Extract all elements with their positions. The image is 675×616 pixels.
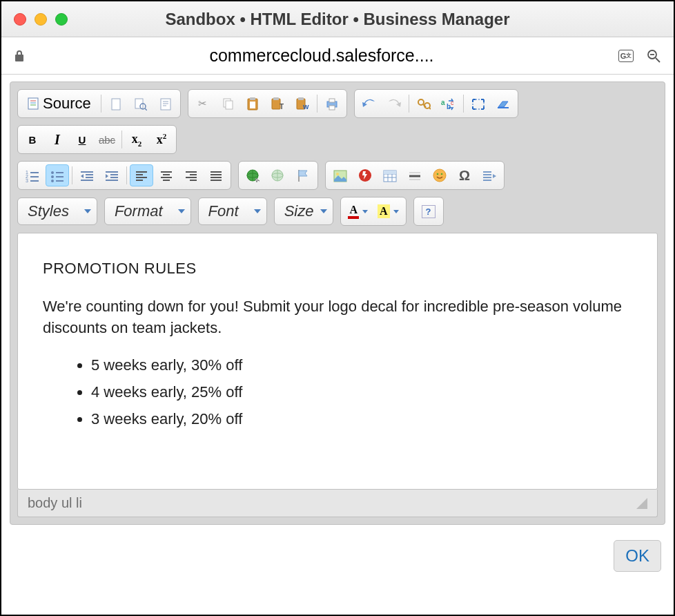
- align-justify-button[interactable]: [204, 164, 228, 186]
- subscript-button[interactable]: x2: [125, 128, 148, 151]
- indent-button[interactable]: [100, 164, 124, 186]
- svg-point-45: [51, 171, 54, 174]
- svg-point-47: [51, 180, 54, 182]
- url-text[interactable]: commercecloud.salesforce....: [25, 46, 618, 66]
- numbered-list-icon: 123: [26, 169, 39, 182]
- hr-button[interactable]: [403, 164, 427, 186]
- size-dropdown[interactable]: Size: [274, 198, 334, 225]
- close-window-icon[interactable]: [14, 13, 26, 26]
- smiley-button[interactable]: [428, 164, 451, 186]
- select-all-icon: [471, 97, 485, 110]
- page-break-button[interactable]: [478, 164, 501, 186]
- italic-icon: I: [55, 132, 60, 148]
- eraser-icon: [496, 97, 510, 110]
- special-char-button[interactable]: Ω: [453, 164, 476, 186]
- undo-icon: [362, 97, 376, 110]
- table-icon: [383, 169, 397, 182]
- unlink-icon: [271, 169, 286, 182]
- bold-button[interactable]: B: [21, 128, 44, 151]
- window-title: Sandbox • HTML Editor • Business Manager: [1, 10, 674, 29]
- minimize-window-icon[interactable]: [35, 13, 47, 26]
- align-center-button[interactable]: [155, 164, 178, 186]
- content-list: 5 weeks early, 30% off 4 weeks early, 25…: [43, 355, 632, 430]
- flash-button[interactable]: [353, 164, 377, 186]
- templates-button[interactable]: [154, 93, 177, 115]
- styles-dropdown[interactable]: Styles: [17, 198, 97, 225]
- new-page-button[interactable]: [104, 93, 128, 115]
- remove-format-button[interactable]: [491, 93, 515, 115]
- replace-icon: abc: [441, 97, 456, 110]
- paste-word-button[interactable]: W: [291, 93, 314, 115]
- traffic-lights: [14, 13, 68, 26]
- about-button[interactable]: ?: [417, 200, 440, 222]
- preview-button[interactable]: [129, 93, 153, 115]
- replace-button[interactable]: abc: [437, 93, 460, 115]
- source-label: Source: [43, 95, 91, 113]
- align-left-button[interactable]: [130, 164, 153, 186]
- bg-color-button[interactable]: A: [373, 200, 403, 222]
- paste-icon: [246, 97, 259, 110]
- redo-icon: [387, 97, 401, 110]
- svg-rect-11: [161, 99, 170, 110]
- superscript-button[interactable]: x2: [150, 128, 173, 151]
- text-color-button[interactable]: A: [344, 200, 372, 222]
- source-icon: [28, 97, 39, 110]
- content-heading: PROMOTION RULES: [43, 258, 632, 280]
- select-all-button[interactable]: [467, 93, 490, 115]
- bg-color-icon: A: [378, 204, 390, 218]
- outdent-icon: [80, 169, 94, 182]
- size-label: Size: [284, 202, 314, 220]
- element-path[interactable]: body ul li: [28, 495, 82, 511]
- styles-label: Styles: [28, 202, 69, 220]
- bullet-list-button[interactable]: [46, 164, 69, 186]
- font-dropdown[interactable]: Font: [198, 198, 267, 225]
- editor-panel: Source ✂ T W abc: [10, 81, 665, 525]
- svg-line-32: [429, 108, 431, 109]
- underline-button[interactable]: U: [70, 128, 94, 151]
- print-button[interactable]: [320, 93, 344, 115]
- element-path-bar: body ul li: [17, 490, 658, 517]
- editor-content[interactable]: PROMOTION RULES We're counting down for …: [17, 233, 658, 490]
- unlink-button[interactable]: [266, 164, 290, 186]
- zoom-out-icon[interactable]: [646, 48, 661, 64]
- translate-icon[interactable]: G文: [618, 50, 634, 62]
- svg-rect-38: [498, 107, 509, 108]
- table-button[interactable]: [378, 164, 402, 186]
- copy-button[interactable]: [216, 93, 239, 115]
- anchor-button[interactable]: [291, 164, 315, 186]
- cut-button[interactable]: ✂: [191, 93, 215, 115]
- svg-rect-16: [226, 101, 233, 109]
- svg-line-2: [656, 58, 660, 62]
- lock-icon: [14, 48, 25, 63]
- undo-button[interactable]: [358, 93, 381, 115]
- subscript-icon: x2: [132, 132, 142, 148]
- numbered-list-button[interactable]: 123: [21, 164, 44, 186]
- window-titlebar: Sandbox • HTML Editor • Business Manager: [1, 1, 674, 37]
- outdent-button[interactable]: [75, 164, 99, 186]
- chevron-down-icon: [254, 209, 261, 213]
- chevron-down-icon: [178, 209, 185, 213]
- align-right-button[interactable]: [179, 164, 203, 186]
- find-button[interactable]: [412, 93, 436, 115]
- superscript-icon: x2: [157, 132, 167, 147]
- paste-text-button[interactable]: T: [266, 93, 289, 115]
- bold-icon: B: [29, 134, 37, 146]
- format-dropdown[interactable]: Format: [104, 198, 191, 225]
- smiley-icon: [433, 169, 447, 182]
- svg-point-94: [433, 169, 446, 182]
- underline-icon: U: [79, 134, 86, 146]
- content-paragraph: We're counting down for you! Submit your…: [43, 296, 632, 339]
- ok-button[interactable]: OK: [614, 540, 661, 572]
- image-button[interactable]: [329, 164, 352, 186]
- indent-icon: [105, 169, 119, 182]
- zoom-window-icon[interactable]: [55, 13, 68, 26]
- paste-button[interactable]: [241, 93, 264, 115]
- align-justify-icon: [210, 169, 222, 182]
- link-button[interactable]: [242, 164, 265, 186]
- strike-button[interactable]: abc: [95, 128, 119, 151]
- redo-button[interactable]: [382, 93, 406, 115]
- resize-handle-icon[interactable]: [636, 498, 647, 509]
- chevron-down-icon: [362, 210, 368, 213]
- italic-button[interactable]: I: [46, 128, 69, 151]
- source-button[interactable]: Source: [21, 93, 98, 115]
